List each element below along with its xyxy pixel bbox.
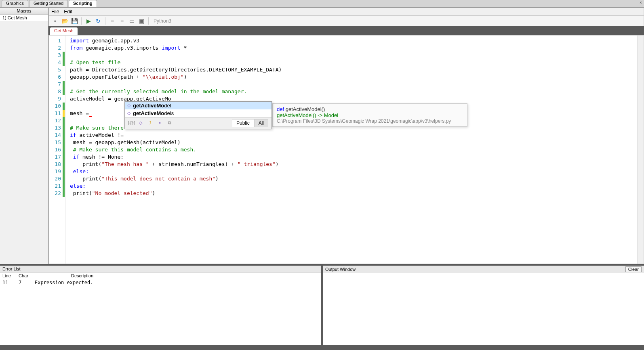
col-description: Description bbox=[69, 272, 321, 279]
error-row[interactable]: 11 7 Expression expected. bbox=[0, 279, 321, 286]
macros-sidebar: Macros 1) Get Mesh bbox=[0, 8, 48, 264]
outdent-icon[interactable]: ≡ bbox=[109, 17, 116, 25]
tab-getting-started[interactable]: Getting Started bbox=[29, 0, 68, 7]
code-editor[interactable]: 1 2 3 4 5 6 7 8 9 10 11 12 13 14 15 16 1… bbox=[48, 35, 644, 264]
ac-filter-decorator-icon[interactable]: [@] bbox=[128, 120, 134, 126]
editor-pane: File Edit ▫ 📂 💾 ▶ ↻ ≡ ≡ ▭ ▣ Python3 Get … bbox=[48, 8, 644, 264]
output-panel: Output Window Clear bbox=[323, 266, 644, 345]
ac-filter-inherited-icon[interactable]: ⤴ bbox=[147, 120, 153, 126]
line-gutter: 1 2 3 4 5 6 7 8 9 10 11 12 13 14 15 16 1… bbox=[49, 36, 66, 264]
col-char: Char bbox=[16, 272, 32, 279]
new-file-icon[interactable]: ▫ bbox=[51, 17, 59, 25]
tab-graphics[interactable]: Graphics bbox=[2, 0, 28, 7]
open-file-icon[interactable]: 📂 bbox=[61, 17, 68, 25]
indent-icon[interactable]: ≡ bbox=[118, 17, 126, 25]
document-tabs: Get Mesh bbox=[48, 26, 644, 35]
code-content[interactable]: import geomagic.app.v3 from geomagic.app… bbox=[66, 36, 637, 264]
main-tabs: Graphics Getting Started Scripting – × bbox=[0, 0, 644, 8]
error-list-title: Error List bbox=[2, 266, 21, 271]
tab-scripting[interactable]: Scripting bbox=[69, 0, 97, 7]
toolbar: ▫ 📂 💾 ▶ ↻ ≡ ≡ ▭ ▣ Python3 bbox=[48, 16, 644, 26]
ac-item-getactivemodels[interactable]: ◇ getActiveModels bbox=[125, 109, 271, 117]
signature-tooltip: def getActiveModel() getActiveModel() ->… bbox=[272, 103, 467, 127]
macros-header: Macros bbox=[0, 8, 48, 15]
col-line: Line bbox=[0, 272, 16, 279]
vertical-scrollbar[interactable] bbox=[637, 36, 644, 264]
close-icon[interactable]: × bbox=[638, 0, 643, 5]
ac-filter-copy-icon[interactable]: ⧉ bbox=[167, 120, 173, 126]
menubar: File Edit bbox=[48, 8, 644, 16]
run-icon[interactable]: ▶ bbox=[85, 17, 92, 25]
menu-file[interactable]: File bbox=[51, 9, 59, 15]
ac-filter-public[interactable]: Public bbox=[232, 119, 254, 127]
error-list-panel: Error List Line Char Description 11 7 Ex… bbox=[0, 266, 323, 345]
toggle-icon[interactable]: ▭ bbox=[128, 17, 135, 25]
ac-filter-field-icon[interactable]: ▪ bbox=[157, 120, 163, 126]
minimize-icon[interactable]: – bbox=[632, 0, 637, 5]
refresh-icon[interactable]: ↻ bbox=[95, 17, 102, 25]
ac-item-getactivemodel[interactable]: ◇ getActiveModel bbox=[125, 102, 271, 109]
doc-tab-get-mesh[interactable]: Get Mesh bbox=[50, 27, 78, 35]
window-controls: – × bbox=[632, 0, 643, 5]
menu-edit[interactable]: Edit bbox=[64, 9, 72, 15]
method-icon: ◇ bbox=[127, 103, 130, 108]
autocomplete-popup: ◇ getActiveModel ◇ getActiveModels [@] ◇… bbox=[124, 101, 272, 129]
window-icon[interactable]: ▣ bbox=[138, 17, 145, 25]
language-label: Python3 bbox=[154, 18, 171, 24]
save-icon[interactable]: 💾 bbox=[71, 17, 78, 25]
output-title: Output Window bbox=[325, 267, 356, 272]
error-table: Line Char Description 11 7 Expression ex… bbox=[0, 272, 321, 286]
ac-filter-all[interactable]: All bbox=[254, 119, 268, 127]
method-icon: ◇ bbox=[127, 111, 130, 116]
clear-button[interactable]: Clear bbox=[625, 266, 642, 272]
macro-item-get-mesh[interactable]: 1) Get Mesh bbox=[0, 15, 48, 21]
ac-toolbar: [@] ◇ ⤴ ▪ ⧉ Public All bbox=[125, 117, 271, 129]
ac-filter-method-icon[interactable]: ◇ bbox=[138, 120, 143, 126]
